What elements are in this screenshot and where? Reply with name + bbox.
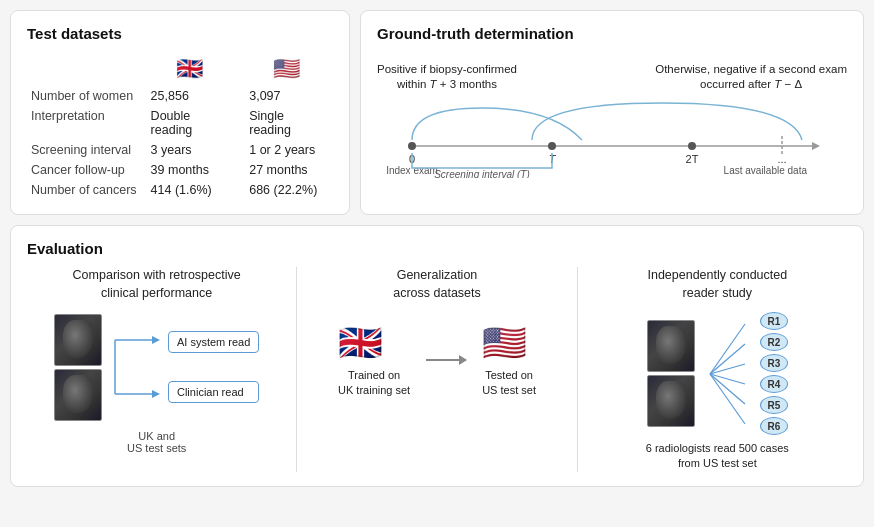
gen-us-flag: 🇺🇸 [482, 322, 536, 364]
mammo-stack [54, 314, 102, 421]
ai-read-box: AI system read [168, 331, 259, 353]
row-uk: 3 years [141, 140, 240, 160]
table-row: Screening interval 3 years 1 or 2 years [27, 140, 333, 160]
reader-bubble: R4 [760, 375, 788, 393]
reader-bubble: R5 [760, 396, 788, 414]
gen-sub1: Trained onUK training set [338, 368, 410, 399]
svg-text:Screening interval (T): Screening interval (T) [434, 169, 530, 178]
reader-diagram: R1R2R3R4R5R6 [647, 312, 788, 435]
table-row: Interpretation Double reading Single rea… [27, 106, 333, 140]
row-us: 3,097 [239, 86, 333, 106]
divider-1 [296, 267, 297, 472]
reader-bubble: R1 [760, 312, 788, 330]
reader-mammo-1 [647, 320, 695, 372]
ai-diagram: AI system read Clinician read [54, 312, 259, 422]
gt-top-labels: Positive if biopsy-confirmedwithin T + 3… [377, 62, 847, 92]
table-row: Number of women 25,856 3,097 [27, 86, 333, 106]
gen-sub2: Tested onUS test set [482, 368, 536, 399]
reader-bubble: R2 [760, 333, 788, 351]
row-us: 27 months [239, 160, 333, 180]
gen-arrow [426, 359, 466, 361]
reader-bubbles: R1R2R3R4R5R6 [760, 312, 788, 435]
row-label: Number of cancers [27, 180, 141, 200]
ground-truth-title: Ground-truth determination [377, 25, 847, 42]
eval-generalization-col: Generalizationacross datasets 🇬🇧 Trained… [307, 267, 566, 409]
datasets-table: 🇬🇧 🇺🇸 Number of women 25,856 3,097 Inter… [27, 52, 333, 200]
row-us: 1 or 2 years [239, 140, 333, 160]
mammo-img-2 [54, 369, 102, 421]
gen-uk-flag: 🇬🇧 [338, 322, 410, 364]
evaluation-title: Evaluation [27, 240, 847, 257]
svg-marker-1 [812, 142, 820, 150]
svg-text:2T: 2T [686, 153, 699, 165]
row-us: Single reading [239, 106, 333, 140]
svg-point-2 [408, 142, 416, 150]
row-us: 686 (22.2%) [239, 180, 333, 200]
svg-point-3 [548, 142, 556, 150]
gt-timeline-svg: 0 T 2T ... Index exam Last available dat… [377, 98, 847, 178]
eval-col1-title: Comparison with retrospectiveclinical pe… [73, 267, 241, 302]
gt-diagram: Positive if biopsy-confirmedwithin T + 3… [377, 52, 847, 190]
reader-sub-label: 6 radiologists read 500 casesfrom US tes… [646, 441, 789, 472]
row-label: Interpretation [27, 106, 141, 140]
mammo-img-1 [54, 314, 102, 366]
branch-svg [110, 312, 160, 422]
svg-text:...: ... [777, 153, 786, 165]
uk-flag: 🇬🇧 [149, 56, 232, 82]
row-label: Cancer follow-up [27, 160, 141, 180]
gen-us-group: 🇺🇸 Tested onUS test set [482, 322, 536, 399]
reader-branch-svg [705, 314, 750, 434]
row-uk: 414 (1.6%) [141, 180, 240, 200]
eval-sections: Comparison with retrospectiveclinical pe… [27, 267, 847, 472]
uk-us-label: UK andUS test sets [127, 430, 186, 454]
gen-diagram: 🇬🇧 Trained onUK training set 🇺🇸 Tested o… [338, 322, 536, 399]
row-uk: 25,856 [141, 86, 240, 106]
divider-2 [577, 267, 578, 472]
eval-col2-title: Generalizationacross datasets [393, 267, 481, 302]
reader-bubble: R6 [760, 417, 788, 435]
gt-label-positive: Positive if biopsy-confirmedwithin T + 3… [377, 62, 517, 92]
reader-mammo-2 [647, 375, 695, 427]
svg-point-4 [688, 142, 696, 150]
test-datasets-panel: Test datasets 🇬🇧 🇺🇸 Number of women 25,8… [10, 10, 350, 215]
evaluation-panel: Evaluation Comparison with retrospective… [10, 225, 864, 487]
row-uk: 39 months [141, 160, 240, 180]
test-datasets-title: Test datasets [27, 25, 333, 42]
row-uk: Double reading [141, 106, 240, 140]
eval-col3-title: Independently conductedreader study [647, 267, 787, 302]
row-label: Number of women [27, 86, 141, 106]
gen-uk-group: 🇬🇧 Trained onUK training set [338, 322, 410, 399]
eval-comparison-col: Comparison with retrospectiveclinical pe… [27, 267, 286, 454]
eval-reader-col: Independently conductedreader study [588, 267, 847, 472]
ground-truth-panel: Ground-truth determination Positive if b… [360, 10, 864, 215]
svg-text:Last available data: Last available data [724, 165, 808, 176]
row-label: Screening interval [27, 140, 141, 160]
svg-marker-17 [152, 390, 160, 398]
table-row: Cancer follow-up 39 months 27 months [27, 160, 333, 180]
reader-bubble: R3 [760, 354, 788, 372]
read-boxes: AI system read Clinician read [168, 331, 259, 403]
table-row: Number of cancers 414 (1.6%) 686 (22.2%) [27, 180, 333, 200]
gt-label-negative: Otherwise, negative if a second examoccu… [655, 62, 847, 92]
reader-mammo-stack [647, 320, 695, 427]
us-flag: 🇺🇸 [247, 56, 325, 82]
svg-marker-16 [152, 336, 160, 344]
clinician-read-box: Clinician read [168, 381, 259, 403]
